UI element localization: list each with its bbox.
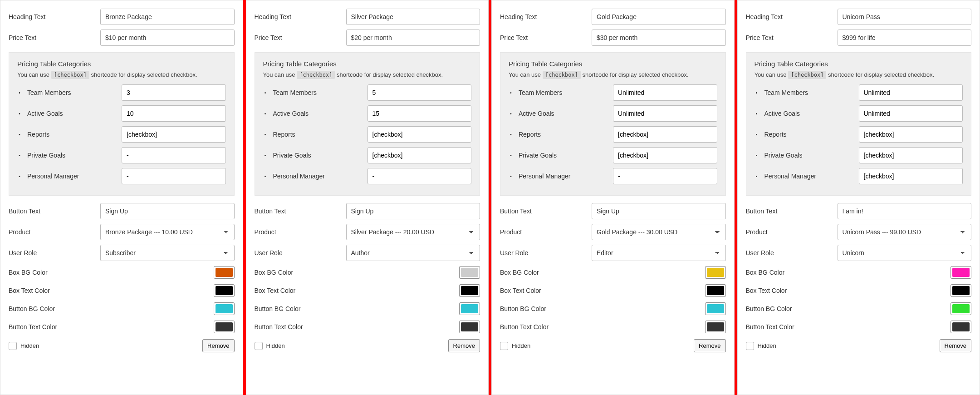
button-text-color-swatch[interactable]	[705, 321, 726, 333]
category-input[interactable]	[368, 147, 472, 163]
hidden-checkbox[interactable]	[9, 342, 17, 350]
category-input[interactable]	[859, 168, 963, 184]
bullet-icon: •	[17, 132, 22, 137]
category-input[interactable]	[368, 84, 472, 101]
category-row: •Reports	[263, 126, 472, 143]
user-role-select[interactable]: Author	[346, 245, 480, 261]
button-text-color-swatch[interactable]	[459, 321, 480, 333]
box-text-color-swatch[interactable]	[951, 284, 971, 297]
category-input[interactable]	[122, 147, 226, 163]
category-input[interactable]	[859, 105, 963, 122]
categories-sub-prefix: You can use	[755, 71, 789, 78]
remove-button[interactable]: Remove	[448, 339, 480, 352]
button-text-row: Button Text	[746, 203, 972, 219]
bullet-icon: •	[263, 111, 268, 116]
category-input[interactable]	[122, 84, 226, 101]
box-text-color-swatch[interactable]	[214, 284, 235, 297]
category-row: •Personal Manager	[509, 168, 717, 184]
button-text-color-row: Button Text Color	[9, 320, 235, 334]
heading-text-input[interactable]	[346, 9, 480, 25]
box-text-color-swatch[interactable]	[705, 284, 726, 297]
product-select[interactable]: Silver Package --- 20.00 USD	[346, 224, 480, 240]
button-text-input[interactable]	[838, 203, 972, 219]
category-input[interactable]	[368, 105, 472, 122]
button-bg-color-swatch[interactable]	[459, 302, 480, 315]
category-input[interactable]	[613, 126, 717, 143]
product-select[interactable]: Unicorn Pass --- 99.00 USD	[838, 224, 972, 240]
price-text-input[interactable]	[346, 30, 480, 46]
hidden-checkbox[interactable]	[500, 342, 508, 350]
categories-sub-suffix: shortcode for display selected checkbox.	[89, 71, 197, 78]
price-text-input[interactable]	[592, 30, 726, 46]
button-text-color-swatch-ink	[707, 322, 724, 331]
box-bg-color-swatch[interactable]	[459, 266, 480, 279]
hidden-checkbox-label[interactable]: Hidden	[255, 342, 285, 350]
box-bg-color-swatch[interactable]	[705, 266, 726, 279]
column-footer: HiddenRemove	[746, 339, 972, 352]
button-text-color-swatch[interactable]	[951, 321, 971, 333]
hidden-checkbox-label[interactable]: Hidden	[746, 342, 776, 350]
product-select[interactable]: Gold Package --- 30.00 USD	[592, 224, 726, 240]
hidden-checkbox[interactable]	[255, 342, 263, 350]
button-text-input[interactable]	[346, 203, 480, 219]
user-role-select[interactable]: Unicorn	[838, 245, 972, 261]
button-bg-color-swatch-ink	[216, 304, 233, 313]
category-label: Team Members	[273, 89, 362, 96]
user-role-select[interactable]: Subscriber	[100, 245, 235, 261]
button-text-label: Button Text	[746, 207, 832, 215]
price-text-input[interactable]	[838, 30, 972, 46]
bullet-icon: •	[755, 111, 759, 116]
button-bg-color-swatch[interactable]	[705, 302, 726, 315]
category-row: •Reports	[755, 126, 963, 143]
categories-sub-prefix: You can use	[509, 71, 543, 78]
category-input[interactable]	[859, 84, 963, 101]
hidden-checkbox-label[interactable]: Hidden	[500, 342, 530, 350]
button-text-row: Button Text	[500, 203, 726, 219]
remove-button[interactable]: Remove	[202, 339, 234, 352]
button-text-input[interactable]	[100, 203, 235, 219]
button-bg-color-row: Button BG Color	[500, 302, 726, 316]
button-bg-color-swatch[interactable]	[214, 302, 235, 315]
category-row: •Personal Manager	[755, 168, 963, 184]
bullet-icon: •	[263, 153, 268, 158]
category-input[interactable]	[122, 126, 226, 143]
category-input[interactable]	[613, 105, 717, 122]
product-select[interactable]: Bronze Package --- 10.00 USD	[100, 224, 235, 240]
box-bg-color-swatch[interactable]	[214, 266, 235, 279]
category-input[interactable]	[122, 168, 226, 184]
categories-sub-code: [checkbox]	[788, 71, 826, 79]
button-text-row: Button Text	[255, 203, 480, 219]
bullet-icon: •	[755, 90, 759, 95]
remove-button[interactable]: Remove	[940, 339, 971, 352]
user-role-select[interactable]: Editor	[592, 245, 726, 261]
category-input[interactable]	[122, 105, 226, 122]
button-text-color-swatch[interactable]	[214, 321, 235, 333]
categories-sub-code: [checkbox]	[543, 71, 581, 79]
category-label: Reports	[519, 131, 608, 138]
categories-title: Pricing Table Categories	[755, 60, 963, 68]
box-bg-color-row: Box BG Color	[255, 266, 480, 279]
bullet-icon: •	[509, 111, 513, 116]
categories-subtitle: You can use [checkbox] shortcode for dis…	[755, 71, 963, 78]
box-bg-color-swatch[interactable]	[951, 266, 971, 279]
hidden-checkbox[interactable]	[746, 342, 754, 350]
button-bg-color-swatch[interactable]	[951, 302, 971, 315]
category-input[interactable]	[613, 147, 717, 163]
product-select-label: Product	[500, 228, 586, 236]
hidden-checkbox-label[interactable]: Hidden	[9, 342, 39, 350]
category-label: Active Goals	[519, 110, 608, 117]
price-text-input[interactable]	[100, 30, 235, 46]
heading-text-input[interactable]	[838, 9, 972, 25]
heading-text-input[interactable]	[592, 9, 726, 25]
heading-text-input[interactable]	[100, 9, 235, 25]
category-input[interactable]	[613, 84, 717, 101]
category-input[interactable]	[859, 147, 963, 163]
category-input[interactable]	[368, 168, 472, 184]
category-label: Team Members	[519, 89, 608, 96]
category-input[interactable]	[368, 126, 472, 143]
category-input[interactable]	[859, 126, 963, 143]
box-text-color-swatch[interactable]	[459, 284, 480, 297]
category-input[interactable]	[613, 168, 717, 184]
remove-button[interactable]: Remove	[694, 339, 725, 352]
button-text-input[interactable]	[592, 203, 726, 219]
